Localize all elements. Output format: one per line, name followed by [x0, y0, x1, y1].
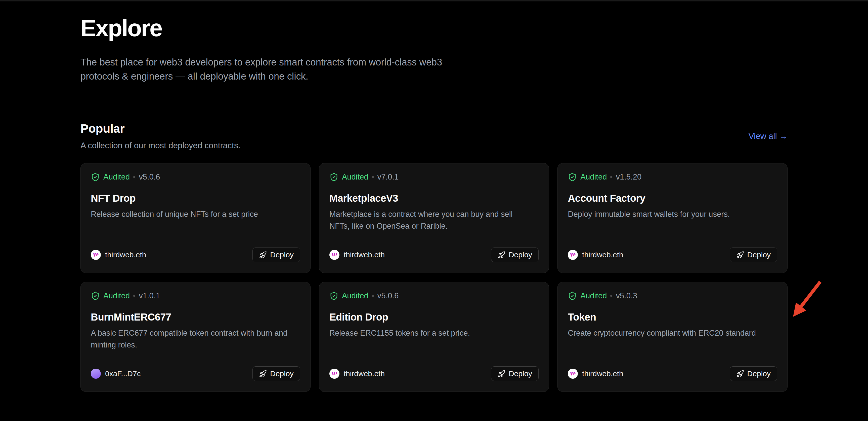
deploy-label: Deploy: [509, 369, 532, 378]
audited-label: Audited: [342, 291, 368, 300]
card-title: MarketplaceV3: [330, 193, 539, 204]
publisher[interactable]: thirdweb.eth: [568, 250, 623, 260]
rocket-icon: [736, 370, 744, 378]
thirdweb-logo-icon: [330, 369, 339, 379]
version-label: v5.0.6: [139, 172, 160, 181]
card-description: Release collection of unique NFTs for a …: [91, 208, 294, 220]
card-footer: thirdweb.eth Deploy: [568, 366, 777, 381]
publisher-name: 0xaF...D7c: [105, 369, 141, 378]
audited-badge: Audited v5.0.3: [568, 291, 777, 300]
card-footer: 0xaF...D7c Deploy: [91, 366, 300, 381]
shield-check-icon: [330, 291, 338, 300]
deploy-button[interactable]: Deploy: [252, 366, 300, 381]
section-heading: Popular: [81, 121, 241, 136]
dot-separator: [372, 176, 374, 178]
contract-card-nft-drop[interactable]: Audited v5.0.6 NFT Drop Release collecti…: [81, 163, 311, 273]
version-label: v1.5.20: [616, 172, 642, 181]
shield-check-icon: [568, 172, 577, 181]
shield-check-icon: [91, 172, 100, 181]
deploy-label: Deploy: [270, 369, 293, 378]
card-description: Deploy immutable smart wallets for your …: [568, 208, 771, 220]
deploy-label: Deploy: [270, 251, 293, 259]
card-description: Release ERC1155 tokens for a set price.: [330, 327, 533, 339]
thirdweb-logo-icon: [330, 250, 339, 260]
publisher[interactable]: 0xaF...D7c: [91, 369, 141, 379]
card-title: Token: [568, 311, 777, 323]
dot-separator: [133, 176, 135, 178]
rocket-icon: [736, 251, 744, 259]
dot-separator: [610, 295, 612, 297]
popular-section-titles: Popular A collection of our most deploye…: [81, 121, 241, 151]
thirdweb-logo-icon: [568, 250, 578, 260]
annotation-arrow-icon: [789, 277, 826, 320]
deploy-button[interactable]: Deploy: [252, 248, 300, 262]
page-title: Explore: [81, 15, 787, 42]
audited-badge: Audited v1.0.1: [91, 291, 300, 300]
version-label: v5.0.6: [377, 291, 399, 300]
thirdweb-logo-icon: [568, 369, 578, 379]
contract-card-account-factory[interactable]: Audited v1.5.20 Account Factory Deploy i…: [557, 163, 787, 273]
card-title: NFT Drop: [91, 193, 300, 204]
contract-card-grid: Audited v5.0.6 NFT Drop Release collecti…: [81, 163, 787, 392]
shield-check-icon: [91, 291, 100, 300]
publisher[interactable]: thirdweb.eth: [330, 369, 385, 379]
card-footer: thirdweb.eth Deploy: [568, 248, 777, 262]
publisher-name: thirdweb.eth: [582, 251, 623, 259]
card-description: Marketplace is a contract where you can …: [330, 208, 533, 232]
rocket-icon: [259, 370, 267, 378]
shield-check-icon: [330, 172, 338, 181]
contract-card-marketplacev3[interactable]: Audited v7.0.1 MarketplaceV3 Marketplace…: [319, 163, 549, 273]
audited-label: Audited: [103, 172, 130, 181]
deploy-button[interactable]: Deploy: [491, 248, 538, 262]
version-label: v5.0.3: [616, 291, 637, 300]
card-footer: thirdweb.eth Deploy: [91, 248, 300, 262]
rocket-icon: [498, 370, 505, 378]
contract-card-burnminterc677[interactable]: Audited v1.0.1 BurnMintERC677 A basic ER…: [81, 282, 311, 392]
version-label: v1.0.1: [139, 291, 160, 300]
rocket-icon: [498, 251, 505, 259]
rocket-icon: [259, 251, 267, 259]
deploy-label: Deploy: [747, 369, 771, 378]
card-title: Account Factory: [568, 193, 777, 204]
publisher-name: thirdweb.eth: [105, 251, 146, 259]
thirdweb-logo-icon: [91, 250, 101, 260]
contract-card-token[interactable]: Audited v5.0.3 Token Create cryptocurren…: [557, 282, 787, 392]
publisher[interactable]: thirdweb.eth: [330, 250, 385, 260]
audited-badge: Audited v5.0.6: [330, 291, 539, 300]
dot-separator: [133, 295, 135, 297]
deploy-button[interactable]: Deploy: [491, 366, 538, 381]
card-title: BurnMintERC677: [91, 311, 300, 323]
deploy-button[interactable]: Deploy: [730, 248, 777, 262]
publisher[interactable]: thirdweb.eth: [91, 250, 146, 260]
section-subheading: A collection of our most deployed contra…: [81, 140, 241, 151]
dot-separator: [372, 295, 374, 297]
dot-separator: [610, 176, 612, 178]
card-title: Edition Drop: [330, 311, 539, 323]
publisher-name: thirdweb.eth: [582, 369, 623, 378]
audited-badge: Audited v7.0.1: [330, 172, 539, 181]
card-footer: thirdweb.eth Deploy: [330, 366, 539, 381]
card-description: Create cryptocurrency compliant with ERC…: [568, 327, 771, 339]
view-all-link[interactable]: View all →: [749, 132, 787, 141]
shield-check-icon: [568, 291, 577, 300]
audited-label: Audited: [103, 291, 130, 300]
card-footer: thirdweb.eth Deploy: [330, 248, 539, 262]
audited-label: Audited: [342, 172, 368, 181]
deploy-label: Deploy: [509, 251, 532, 259]
deploy-button[interactable]: Deploy: [730, 366, 777, 381]
popular-section-header: Popular A collection of our most deploye…: [81, 121, 787, 151]
deploy-label: Deploy: [747, 251, 771, 259]
audited-badge: Audited v5.0.6: [91, 172, 300, 181]
audited-label: Audited: [580, 291, 607, 300]
publisher-name: thirdweb.eth: [344, 369, 385, 378]
card-description: A basic ERC677 compatible token contract…: [91, 327, 294, 351]
page-subtitle: The best place for web3 developers to ex…: [81, 55, 458, 84]
publisher[interactable]: thirdweb.eth: [568, 369, 623, 379]
version-label: v7.0.1: [377, 172, 399, 181]
contract-card-edition-drop[interactable]: Audited v5.0.6 Edition Drop Release ERC1…: [319, 282, 549, 392]
audited-label: Audited: [580, 172, 607, 181]
audited-badge: Audited v1.5.20: [568, 172, 777, 181]
publisher-name: thirdweb.eth: [344, 251, 385, 259]
explore-page: Explore The best place for web3 develope…: [81, 1, 787, 392]
wallet-avatar: [91, 369, 101, 379]
